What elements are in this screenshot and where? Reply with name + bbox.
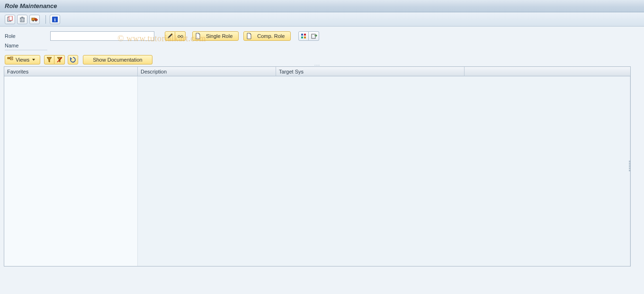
views-toolbar: Views Show Documentation [0, 54, 644, 66]
svg-rect-19 [312, 34, 315, 38]
favorites-column-body[interactable] [4, 76, 138, 266]
refresh-button[interactable] [68, 55, 78, 64]
chevron-down-icon [32, 59, 35, 61]
column-header-target-sys[interactable]: Target Sys [276, 67, 465, 76]
where-download-group [298, 31, 319, 41]
role-label: Role [5, 33, 47, 39]
filter-button[interactable] [44, 55, 54, 64]
page-title: Role Maintenance [5, 2, 57, 9]
name-row: Name [0, 43, 644, 54]
svg-point-9 [36, 20, 37, 21]
svg-rect-2 [20, 18, 24, 22]
filter-off-button[interactable] [54, 55, 65, 64]
delete-button[interactable] [17, 15, 27, 24]
funnel-icon [46, 56, 53, 63]
pencil-icon [167, 33, 173, 39]
splitter-handle[interactable]: ••••• [313, 64, 322, 66]
favorites-table: ••••• Favorites Description Target Sys [4, 66, 631, 266]
where-used-button[interactable] [298, 31, 309, 41]
svg-rect-17 [301, 37, 303, 38]
svg-rect-15 [301, 34, 303, 36]
column-header-extra [465, 67, 630, 76]
copy-icon [7, 16, 13, 23]
comp-role-label: Comp. Role [257, 33, 285, 39]
info-button[interactable]: i [50, 15, 60, 24]
svg-point-13 [180, 36, 183, 38]
table-body [4, 76, 630, 266]
download-button[interactable] [309, 31, 319, 41]
application-toolbar: i © www.tutorialkart.com [0, 12, 644, 27]
single-role-label: Single Role [206, 33, 233, 39]
role-input[interactable] [50, 31, 154, 41]
edit-button[interactable] [165, 31, 175, 41]
column-header-favorites[interactable]: Favorites [4, 67, 138, 76]
refresh-icon [70, 56, 76, 63]
svg-rect-18 [304, 37, 306, 38]
document-icon [195, 33, 201, 39]
svg-point-8 [33, 20, 34, 21]
filter-group [44, 55, 65, 64]
views-button[interactable]: Views [5, 55, 40, 64]
svg-point-12 [178, 36, 180, 38]
single-role-button[interactable]: Single Role [192, 31, 239, 41]
export-icon [311, 33, 317, 39]
tree-icon [7, 56, 14, 63]
role-row: Role Single Role Comp. Role [0, 27, 644, 43]
toolbar-separator [45, 15, 46, 24]
where-used-icon [300, 33, 307, 39]
display-button[interactable] [175, 31, 186, 41]
svg-rect-22 [10, 59, 13, 60]
svg-rect-20 [8, 57, 9, 59]
svg-rect-16 [304, 34, 306, 36]
trash-icon [19, 16, 26, 23]
comp-role-button[interactable]: Comp. Role [243, 31, 291, 41]
column-header-description[interactable]: Description [138, 67, 276, 76]
show-documentation-label: Show Documentation [93, 57, 143, 63]
scroll-indicator[interactable] [629, 161, 630, 172]
svg-text:i: i [54, 17, 55, 22]
transport-button[interactable] [29, 15, 40, 24]
views-label: Views [16, 57, 29, 63]
glasses-icon [177, 33, 184, 39]
table-header-row: Favorites Description Target Sys [4, 67, 630, 76]
truck-icon [31, 16, 38, 23]
svg-rect-7 [32, 18, 35, 20]
show-documentation-button[interactable]: Show Documentation [83, 55, 152, 64]
title-bar: Role Maintenance [0, 0, 644, 12]
document-icon [246, 33, 252, 39]
funnel-off-icon [56, 56, 63, 63]
svg-rect-21 [10, 57, 13, 58]
info-icon: i [52, 16, 58, 23]
edit-display-group [165, 31, 186, 41]
details-column-body[interactable] [138, 76, 630, 266]
svg-rect-1 [9, 16, 12, 20]
copy-button[interactable] [5, 15, 15, 24]
name-label: Name [5, 43, 47, 50]
